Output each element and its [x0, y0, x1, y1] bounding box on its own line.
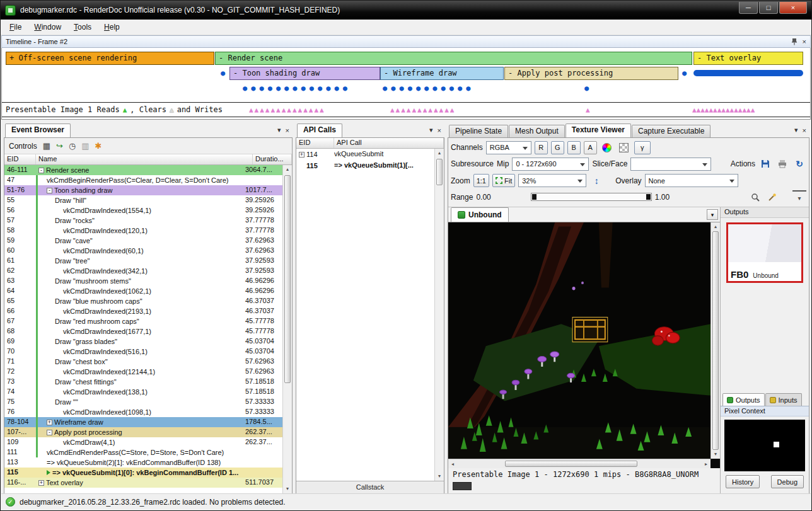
color-wheel-button[interactable] [600, 141, 614, 154]
event-row[interactable]: 62vkCmdDrawIndexed(342,1)37.92593 [4, 266, 282, 276]
maximize-button[interactable]: □ [759, 2, 778, 14]
zoom-range-button[interactable] [748, 190, 762, 204]
timeline-bar-text-overlay[interactable]: - Text overlay [693, 52, 803, 65]
pixel-context-view[interactable] [724, 420, 805, 471]
event-row[interactable]: 47vkCmdBeginRenderPass(C=Clear, D=Clear,… [4, 175, 282, 185]
export-texture-button[interactable] [775, 158, 789, 171]
menu-window[interactable]: Window [28, 20, 67, 34]
timeline-bar-wireframe[interactable]: - Wireframe draw [380, 67, 504, 80]
column-name[interactable]: Name [36, 154, 253, 164]
callstack-section[interactable]: Callstack [296, 481, 444, 493]
scrollbar-thumb[interactable] [505, 461, 637, 467]
event-row[interactable]: 76vkCmdDrawIndexed(1098,1)57.33333 [4, 407, 282, 417]
bookmark-icon[interactable]: ✱ [95, 142, 102, 150]
collapse-range-icon[interactable]: ▾ [792, 190, 806, 204]
menu-file[interactable]: File [3, 20, 28, 34]
event-row[interactable]: 59Draw "cave"37.62963 [4, 236, 282, 246]
pin-icon[interactable] [791, 38, 798, 45]
statistics-icon[interactable]: ▥ [81, 142, 89, 150]
channel-b-button[interactable]: B [567, 141, 581, 154]
timeline-close-icon[interactable]: × [803, 38, 806, 45]
column-duration[interactable]: Duratio... [253, 154, 292, 164]
viewport-horizontal-scrollbar[interactable]: ◂ ▸ [448, 459, 710, 468]
timeline-text-overlay-draws-bar[interactable] [693, 70, 803, 76]
timeline-bar-offscreen[interactable]: + Off-screen scene rendering [6, 52, 214, 65]
column-eid[interactable]: EID [296, 138, 334, 148]
time-durations-icon[interactable]: ◷ [69, 142, 76, 150]
save-texture-button[interactable] [758, 158, 772, 171]
fit-button[interactable]: Fit [492, 174, 515, 187]
goto-eid-icon[interactable]: ↪ [56, 142, 63, 150]
tab-event-browser[interactable]: Event Browser [5, 123, 71, 137]
api-calls-scrollbar[interactable]: ▴ ▾ [434, 149, 444, 481]
event-row[interactable]: 72vkCmdDrawIndexed(12144,1)57.62963 [4, 367, 282, 377]
texture-viewer-menu-icon[interactable]: ▾ [794, 126, 798, 134]
event-row[interactable]: 58vkCmdDrawIndexed(120,1)37.77778 [4, 226, 282, 236]
zoom-percent-select[interactable]: 32% [518, 174, 586, 187]
range-slider-min-handle[interactable] [532, 194, 536, 200]
tab-inputs[interactable]: Inputs [765, 393, 802, 406]
menu-tools[interactable]: Tools [67, 20, 98, 34]
event-row[interactable]: 113=> vkQueueSubmit(2)[1]: vkEndCommandB… [4, 457, 282, 468]
tab-mesh-output[interactable]: Mesh Output [509, 125, 565, 137]
api-row[interactable]: 115=> vkQueueSubmit(1)[... [296, 160, 434, 171]
timeline-bar-render-scene[interactable]: - Render scene [215, 52, 692, 65]
event-browser-menu-icon[interactable]: ▾ [277, 126, 281, 134]
event-row[interactable]: 109vkCmdDraw(4,1)262.37... [4, 437, 282, 447]
zoom-1to1-button[interactable]: 1:1 [473, 174, 489, 187]
autofit-range-button[interactable] [765, 190, 779, 204]
event-row[interactable]: 61Draw "tree"37.92593 [4, 256, 282, 266]
range-slider[interactable] [531, 193, 652, 201]
event-row[interactable]: 107-...-Apply post processing262.37... [4, 427, 282, 437]
event-row[interactable]: 65Draw "blue mushroom caps"46.37037 [4, 296, 282, 306]
event-row[interactable]: 63Draw "mushroom stems"46.96296 [4, 276, 282, 286]
event-row[interactable]: 66vkCmdDrawIndexed(2193,1)46.37037 [4, 306, 282, 316]
event-row[interactable]: 78-104+Wireframe draw1784.5... [4, 417, 282, 427]
history-button[interactable]: History [726, 475, 760, 488]
channel-a-button[interactable]: A [584, 141, 597, 154]
timeline-bar-post-processing[interactable]: - Apply post processing [504, 67, 678, 80]
event-row[interactable]: 75Draw ""57.33333 [4, 397, 282, 407]
fb0-thumbnail[interactable]: FB0 Unbound [726, 222, 803, 283]
scrollbar-thumb[interactable] [436, 159, 443, 185]
api-calls-menu-icon[interactable]: ▾ [429, 126, 433, 134]
tab-texture-viewer[interactable]: Texture Viewer [566, 123, 631, 137]
event-row[interactable]: 46-111-Render scene3064.7... [4, 165, 282, 175]
channels-select[interactable]: RGBA [486, 141, 531, 154]
debug-button[interactable]: Debug [771, 475, 804, 488]
checkerboard-button[interactable] [617, 141, 631, 154]
scrollbar-thumb[interactable] [712, 231, 719, 450]
mip-select[interactable]: 0 - 1272x690 [512, 158, 589, 171]
event-row[interactable]: 115=> vkQueueSubmit(1)[0]: vkBeginComman… [4, 468, 282, 478]
event-row[interactable]: 73Draw "chest fittings"57.18518 [4, 377, 282, 387]
timeline-bar-toon[interactable]: - Toon shading draw [229, 67, 380, 80]
event-row[interactable]: 111vkCmdEndRenderPass(C=Store, D=Store, … [4, 447, 282, 457]
event-row[interactable]: 116-...+Text overlay511.7037 [4, 478, 282, 488]
viewport-vertical-scrollbar[interactable]: ▴ ▾ [710, 222, 720, 459]
event-row[interactable]: 57Draw "rocks"37.77778 [4, 215, 282, 226]
texture-tab-unbound[interactable]: Unbound [451, 207, 509, 222]
tab-pipeline-state[interactable]: Pipeline State [449, 125, 508, 137]
tab-api-calls[interactable]: API Calls [297, 123, 342, 137]
event-row[interactable]: 67Draw "red mushroom caps"45.77778 [4, 316, 282, 326]
event-row[interactable]: 71Draw "chest box"57.62963 [4, 357, 282, 367]
controls-label[interactable]: Controls [9, 142, 37, 151]
event-row[interactable]: 51-76-Toon shading draw1017.7... [4, 185, 282, 195]
toon-draw-dots[interactable]: ●●●●●●●●●●●●● [243, 84, 351, 93]
menu-help[interactable]: Help [98, 20, 126, 34]
texture-image[interactable] [448, 222, 710, 459]
column-eid[interactable]: EID [4, 154, 36, 164]
tab-outputs[interactable]: Outputs [722, 393, 765, 406]
texture-list-dropdown[interactable]: ▾ [707, 209, 718, 220]
channel-r-button[interactable]: R [535, 141, 548, 154]
slice-face-select[interactable] [630, 158, 711, 171]
browse-icon[interactable]: ▦ [43, 142, 50, 150]
event-browser-close-icon[interactable]: × [286, 127, 289, 134]
overlay-select[interactable]: None [645, 174, 738, 187]
event-row[interactable]: 60vkCmdDrawIndexed(60,1)37.62963 [4, 246, 282, 256]
scrollbar-thumb[interactable] [284, 175, 291, 383]
gamma-button[interactable]: γ [634, 141, 651, 154]
refresh-button[interactable]: ↻ [792, 158, 806, 171]
event-row[interactable]: 74vkCmdDrawIndexed(138,1)57.18518 [4, 387, 282, 397]
range-slider-max-handle[interactable] [646, 194, 651, 200]
